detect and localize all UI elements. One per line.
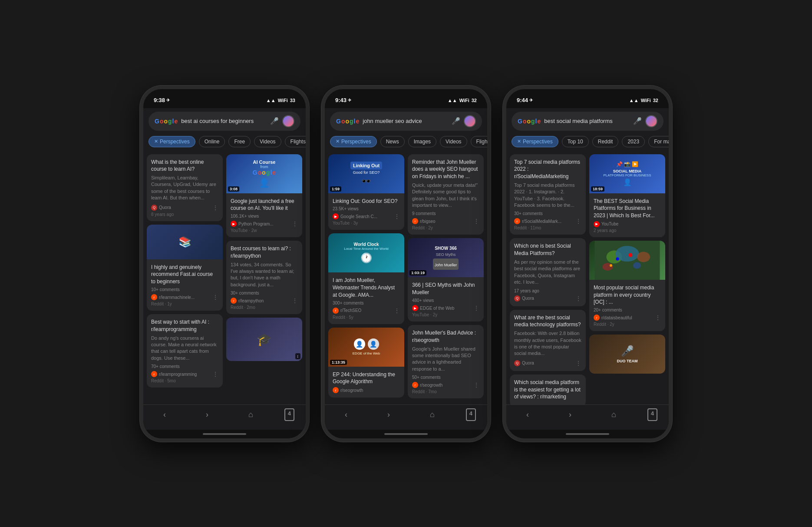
forward-btn-2[interactable]: › xyxy=(379,408,399,421)
tab-reddit-3[interactable]: Reddit xyxy=(592,136,619,147)
search-bar-3[interactable]: Google best social media platforms 🎤 xyxy=(512,112,663,131)
more-button[interactable]: ⋮ xyxy=(212,204,218,211)
tab-2023-3[interactable]: 2023 xyxy=(622,136,645,147)
result-card-2-4[interactable]: SHOW 366 SEO Myths John Mueller 1:03:19 xyxy=(408,238,484,322)
home-indicator-1 xyxy=(143,430,306,438)
home-btn-1[interactable]: ⌂ xyxy=(240,408,262,421)
tab-perspectives-1[interactable]: ✕Perspectives xyxy=(149,136,195,147)
result-card-2-6[interactable]: John Mueller's Bad Advice : r/seogrowth … xyxy=(408,325,484,398)
mic-icon-3[interactable]: 🎤 xyxy=(633,117,642,125)
mic-icon-1[interactable]: 🎤 xyxy=(270,117,279,125)
result-card-3-4[interactable]: Most popular social media platform in ev… xyxy=(589,241,665,331)
quora-icon-3-5: Q xyxy=(514,360,520,366)
more-btn-2-2[interactable]: ⋮ xyxy=(473,218,479,225)
home-btn-3[interactable]: ⌂ xyxy=(603,408,625,421)
forward-btn-1[interactable]: › xyxy=(197,408,217,421)
reddit-icon-2-3: r xyxy=(333,308,339,314)
more-btn-3-3[interactable]: ⋮ xyxy=(575,295,581,302)
tabs-btn-1[interactable]: 4 xyxy=(284,408,294,421)
reddit-icon-3-4: r xyxy=(594,315,600,321)
result-card-2-5[interactable]: 👤 👤 EDGE of the Web xyxy=(328,328,404,398)
more-btn-2-1[interactable]: ⋮ xyxy=(394,213,400,220)
result-card-3-5[interactable]: What are the best social media technolog… xyxy=(510,310,586,371)
more-btn-2-6[interactable]: ⋮ xyxy=(473,381,479,388)
phone-1-screen: 9:38 ✈ ▲▲ WiFi 33 Google best ai courses… xyxy=(143,89,306,438)
search-query-1[interactable]: best ai courses for beginners xyxy=(181,118,267,124)
home-btn-2[interactable]: ⌂ xyxy=(421,408,443,421)
result-card-2-2[interactable]: Reminder that John Mueller does a weekly… xyxy=(408,154,484,235)
result-card-3-3[interactable]: Which one is best Social Media Platforms… xyxy=(510,238,586,306)
phone-3-screen: 9:44 ✈ ▲▲ WiFi 32 Google best social med… xyxy=(506,89,669,438)
more-btn-3-1[interactable]: ⋮ xyxy=(575,218,581,225)
reddit-icon-2-6: r xyxy=(412,382,418,388)
result-card-2-3[interactable]: World Clock Local Time Around the World … xyxy=(328,233,404,324)
reddit-icon-1-4: r xyxy=(231,298,237,304)
more-btn-2-3[interactable]: ⋮ xyxy=(394,307,400,314)
result-card-1-5[interactable]: Best way to start with AI : r/learnprogr… xyxy=(147,314,223,388)
search-query-2[interactable]: john mueller seo advice xyxy=(363,118,448,124)
content-area-2: Linking Out Good for SEO? 🕶️ 1:59 Linkin… xyxy=(325,151,487,404)
tab-marketing-3[interactable]: For marke xyxy=(648,136,669,147)
yt-icon-2-1: ▶ xyxy=(333,213,339,219)
search-query-3[interactable]: best social media platforms xyxy=(544,118,630,124)
tab-videos-1[interactable]: Videos xyxy=(254,136,281,147)
phone-2-screen: 9:43 ✈ ▲▲ WiFi 32 Google john mueller se… xyxy=(325,89,487,438)
back-btn-3[interactable]: ‹ xyxy=(518,408,538,421)
tab-free-1[interactable]: Free xyxy=(228,136,251,147)
result-card-3-2[interactable]: 📌 📸 ▶️ SOCIAL MEDIA PLATFORMS FOR BUSINE… xyxy=(589,154,665,237)
filter-tabs-2: ✕Perspectives News Images Videos Flights xyxy=(325,133,487,151)
svg-point-4 xyxy=(603,263,613,271)
time-2: 9:43 ✈ xyxy=(335,97,351,103)
svg-point-5 xyxy=(633,262,641,268)
more-btn-3-4[interactable]: ⋮ xyxy=(655,314,661,321)
google-logo-3: Google xyxy=(518,118,541,125)
result-card-2-1[interactable]: Linking Out Good for SEO? 🕶️ 1:59 Linkin… xyxy=(328,154,404,230)
avatar-3[interactable] xyxy=(645,115,657,127)
tab-flights-1[interactable]: Flights xyxy=(285,136,306,147)
result-card-1-4[interactable]: Best courses to learn ai? : r/learnpytho… xyxy=(226,241,302,314)
result-card-1-1[interactable]: What is the best online course to learn … xyxy=(147,154,223,221)
time-1: 9:38 ✈ xyxy=(154,97,170,103)
avatar-2[interactable] xyxy=(464,115,476,127)
back-btn-2[interactable]: ‹ xyxy=(336,408,356,421)
result-card-3-7[interactable]: Which social media platform is the easie… xyxy=(510,375,586,404)
mic-icon-2[interactable]: 🎤 xyxy=(452,117,460,125)
tab-top10-3[interactable]: Top 10 xyxy=(562,136,589,147)
tab-perspectives-3[interactable]: ✕Perspectives xyxy=(512,136,558,147)
search-bar-1[interactable]: Google best ai courses for beginners 🎤 xyxy=(149,112,300,131)
more-btn-1-5[interactable]: ⋮ xyxy=(212,371,218,378)
result-card-3-6[interactable]: 🎤 DUO TEAM xyxy=(589,335,665,374)
more-btn-1-3[interactable]: ⋮ xyxy=(212,294,218,301)
back-btn-1[interactable]: ‹ xyxy=(155,408,175,421)
more-btn-2-4[interactable]: ⋮ xyxy=(473,305,479,312)
tab-videos-2[interactable]: Videos xyxy=(440,136,467,147)
tabs-btn-3[interactable]: 4 xyxy=(647,408,657,421)
search-container-2: Google john mueller seo advice 🎤 xyxy=(325,108,487,133)
more-btn-3-5[interactable]: ⋮ xyxy=(575,360,581,367)
avatar-1[interactable] xyxy=(282,115,294,127)
result-card-1-6[interactable]: 🎓 ↕ xyxy=(226,318,302,361)
tab-flights-2[interactable]: Flights xyxy=(471,136,487,147)
tab-online-1[interactable]: Online xyxy=(199,136,225,147)
tab-images-2[interactable]: Images xyxy=(408,136,436,147)
content-area-3: Top 7 social media platforms 2022 : r/So… xyxy=(506,151,669,404)
forward-btn-3[interactable]: › xyxy=(560,408,580,421)
status-icons-3: ▲▲ WiFi 32 xyxy=(629,98,658,103)
result-card-1-3[interactable]: 📚 I highly and genuinely recommend Fast.… xyxy=(147,225,223,311)
tab-perspectives-2[interactable]: ✕Perspectives xyxy=(330,136,377,147)
result-card-3-1[interactable]: Top 7 social media platforms 2022 : r/So… xyxy=(510,154,586,235)
status-bar-3: 9:44 ✈ ▲▲ WiFi 32 xyxy=(506,89,669,108)
more-btn-1-2[interactable]: ⋮ xyxy=(292,220,298,227)
search-bar-2[interactable]: Google john mueller seo advice 🎤 xyxy=(330,112,482,131)
phone-2: 9:43 ✈ ▲▲ WiFi 32 Google john mueller se… xyxy=(321,86,491,442)
tab-news-2[interactable]: News xyxy=(380,136,405,147)
yt-icon-3-2: ▶ xyxy=(594,221,600,227)
time-3: 9:44 ✈ xyxy=(517,97,533,103)
tabs-btn-2[interactable]: 4 xyxy=(466,408,476,421)
filter-tabs-1: ✕Perspectives Online Free Videos Flights xyxy=(143,133,306,151)
result-card-1-2[interactable]: AI Course from Google 👤 3:08 Google just xyxy=(226,154,302,238)
filter-tabs-3: ✕Perspectives Top 10 Reddit 2023 For mar… xyxy=(506,133,669,151)
bottom-nav-1: ‹ › ⌂ 4 xyxy=(143,404,306,430)
more-btn-1-4[interactable]: ⋮ xyxy=(292,297,298,304)
phone-1: 9:38 ✈ ▲▲ WiFi 33 Google best ai courses… xyxy=(140,86,309,442)
